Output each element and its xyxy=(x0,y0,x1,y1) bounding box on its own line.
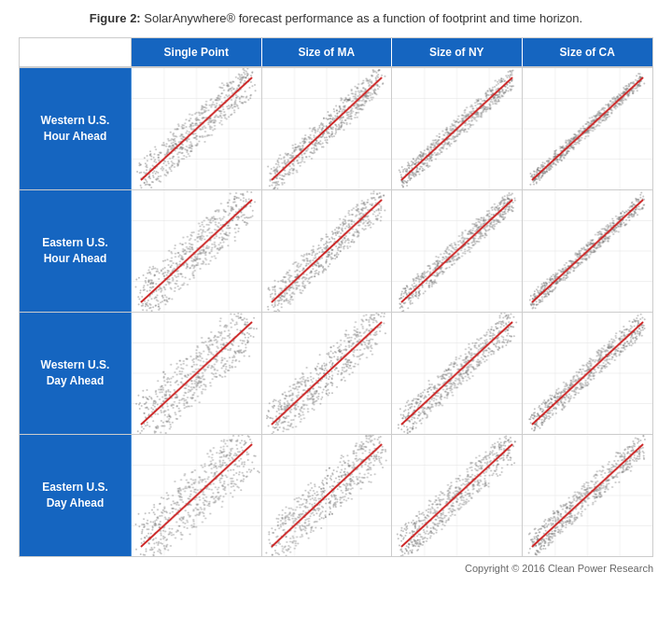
row-label: Western U.S. Day Ahead xyxy=(20,313,132,434)
scatter-canvas xyxy=(262,435,392,556)
scatter-canvas xyxy=(132,190,261,312)
scatter-canvas xyxy=(262,313,392,434)
scatter-plot xyxy=(262,68,393,189)
copyright-text: Copyright © 2016 Clean Power Research xyxy=(19,563,653,574)
scatter-plot xyxy=(132,435,262,556)
scatter-plot xyxy=(392,435,523,556)
scatter-plot xyxy=(262,190,393,312)
scatter-plot xyxy=(132,190,262,312)
scatter-canvas xyxy=(262,190,392,312)
scatter-canvas xyxy=(132,68,261,189)
scatter-canvas xyxy=(392,68,522,189)
scatter-canvas xyxy=(392,190,522,312)
header-single-point: Single Point xyxy=(132,38,262,66)
data-table: Single Point Size of MA Size of NY Size … xyxy=(19,37,653,557)
scatter-plot xyxy=(523,68,653,189)
scatter-canvas xyxy=(392,313,522,434)
scatter-plot xyxy=(262,435,393,556)
scatter-plot xyxy=(523,435,653,556)
row-label: Eastern U.S. Hour Ahead xyxy=(20,190,132,312)
table-row: Western U.S. Hour Ahead xyxy=(20,67,652,189)
header-empty xyxy=(20,38,132,66)
scatter-canvas xyxy=(523,68,653,189)
scatter-canvas xyxy=(132,313,261,434)
row-label: Western U.S. Hour Ahead xyxy=(20,68,132,189)
figure-title: Figure 2: SolarAnywhere® forecast perfor… xyxy=(90,9,582,28)
scatter-canvas xyxy=(262,68,392,189)
scatter-canvas xyxy=(523,313,653,434)
scatter-canvas xyxy=(392,435,522,556)
table-row: Eastern U.S. Hour Ahead xyxy=(20,189,652,312)
header-size-ma: Size of MA xyxy=(262,38,393,66)
scatter-plot xyxy=(132,68,262,189)
scatter-plot xyxy=(392,313,523,434)
table-body: Western U.S. Hour AheadEastern U.S. Hour… xyxy=(20,67,652,556)
scatter-plot xyxy=(132,313,262,434)
scatter-canvas xyxy=(132,435,261,556)
table-header: Single Point Size of MA Size of NY Size … xyxy=(20,38,652,67)
scatter-plot xyxy=(523,190,653,312)
table-row: Western U.S. Day Ahead xyxy=(20,312,652,434)
scatter-plot xyxy=(392,68,523,189)
table-row: Eastern U.S. Day Ahead xyxy=(20,434,652,556)
header-size-ny: Size of NY xyxy=(392,38,523,66)
row-label: Eastern U.S. Day Ahead xyxy=(20,435,132,556)
scatter-canvas xyxy=(523,190,653,312)
header-size-ca: Size of CA xyxy=(523,38,653,66)
scatter-plot xyxy=(392,190,523,312)
scatter-canvas xyxy=(523,435,653,556)
scatter-plot xyxy=(523,313,653,434)
scatter-plot xyxy=(262,313,393,434)
